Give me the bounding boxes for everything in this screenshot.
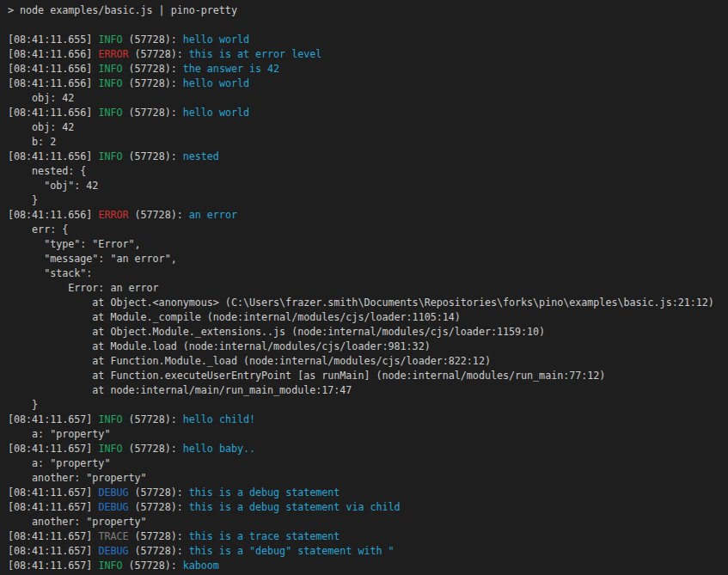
log-line: b: 2 xyxy=(8,135,728,150)
log-line: "stack": xyxy=(8,266,728,281)
log-segment-cyan: hello world xyxy=(183,34,249,46)
log-segment-fg: (57728): xyxy=(122,443,182,455)
log-segment-fg: b: 2 xyxy=(8,136,56,148)
log-line: [08:41:11.656] INFO (57728): hello world xyxy=(8,76,728,91)
log-segment-fg: (57728): xyxy=(122,34,182,46)
log-line: } xyxy=(8,193,728,208)
log-segment-cyan: nested xyxy=(183,150,219,162)
log-segment-fg: [08:41:11.657] xyxy=(8,545,98,557)
log-segment-fg: [08:41:11.656] xyxy=(8,63,98,75)
log-line: [08:41:11.656] INFO (57728): nested xyxy=(8,150,728,164)
log-segment-fg: another: "property" xyxy=(8,472,147,484)
log-segment-fg: (57728): xyxy=(122,107,182,119)
log-line: [08:41:11.655] INFO (57728): hello world xyxy=(8,33,728,47)
log-line: a: "property" xyxy=(8,456,728,471)
log-line: [08:41:11.656] ERROR (57728): an error xyxy=(8,208,728,223)
log-segment-fg: a: "property" xyxy=(8,457,110,469)
log-segment-fg: [08:41:11.657] xyxy=(8,486,98,499)
prompt-line: > node examples/basic.js | pino-pretty xyxy=(8,3,728,18)
log-line: at Module.load (node:internal/modules/cj… xyxy=(8,339,728,354)
log-segment-cyan: this is a debug statement via child xyxy=(189,501,401,513)
log-segment-cyan: this is a debug statement xyxy=(189,486,340,499)
log-line: [08:41:11.657] INFO (57728): hello baby.… xyxy=(8,442,728,456)
log-line: [08:41:11.656] INFO (57728): hello world xyxy=(8,106,728,120)
log-line: err: { xyxy=(8,223,728,237)
log-segment-blue: DEBUG xyxy=(98,545,128,557)
log-segment-cyan: this is at error level xyxy=(189,48,322,60)
log-line: at Function.Module._load (node:internal/… xyxy=(8,354,728,369)
log-segment-fg: [08:41:11.656] xyxy=(8,77,98,89)
log-segment-fg: [08:41:11.656] xyxy=(8,150,98,162)
log-line: at Object.<anonymous> (C:\Users\frazer.s… xyxy=(8,296,728,310)
log-segment-blue: DEBUG xyxy=(98,501,128,513)
log-segment-fg: (57728): xyxy=(129,530,189,542)
log-segment-fg: a: "property" xyxy=(8,428,110,440)
log-line: at Module._compile (node:internal/module… xyxy=(8,310,728,325)
log-segment-fg: [08:41:11.657] xyxy=(8,560,98,572)
log-segment-fg: [08:41:11.657] xyxy=(8,443,98,455)
log-segment-fg: [08:41:11.656] xyxy=(8,107,98,119)
log-segment-fg: "stack": xyxy=(8,267,92,279)
log-segment-cyan: this is a trace statement xyxy=(189,530,340,542)
log-segment-fg: at Object.Module._extensions..js (node:i… xyxy=(8,326,545,338)
log-segment-cyan: this is a "debug" statement with " xyxy=(189,545,395,557)
log-segment-cyan: the answer is 42 xyxy=(183,63,279,75)
log-segment-fg: obj: 42 xyxy=(8,92,74,104)
log-line: at node:internal/main/run_main_module:17… xyxy=(8,383,728,398)
log-segment-cyan: hello baby.. xyxy=(183,443,255,455)
log-segment-fg: [08:41:11.655] xyxy=(8,34,98,46)
log-segment-fg: } xyxy=(8,194,38,206)
log-segment-fg: at Function.Module._load (node:internal/… xyxy=(8,355,491,367)
log-line: [08:41:11.657] TRACE (57728): this is a … xyxy=(8,529,728,544)
blank-line xyxy=(8,18,728,33)
log-segment-fg: (57728): xyxy=(129,209,189,221)
log-segment-fg: (57728): xyxy=(122,63,182,75)
log-segment-fg: > node examples/basic.js | pino-pretty xyxy=(8,4,237,16)
log-segment-green: INFO xyxy=(98,77,122,89)
log-line: a: "property" xyxy=(8,427,728,442)
log-segment-fg: (57728): xyxy=(122,413,182,425)
log-segment-fg: } xyxy=(8,399,38,411)
log-segment-green: INFO xyxy=(98,560,122,572)
log-line: } xyxy=(8,398,728,413)
log-segment-green: INFO xyxy=(98,63,122,75)
log-segment-fg: (57728): xyxy=(122,560,182,572)
log-segment-cyan: kaboom xyxy=(183,560,219,572)
log-line: [08:41:11.656] INFO (57728): the answer … xyxy=(8,62,728,76)
log-segment-fg: [08:41:11.657] xyxy=(8,501,98,513)
log-segment-green: INFO xyxy=(98,34,122,46)
log-line: another: "property" xyxy=(8,471,728,486)
log-segment-cyan: hello world xyxy=(183,77,249,89)
log-line: obj: 42 xyxy=(8,120,728,135)
log-line: nested: { xyxy=(8,164,728,179)
log-segment-red: ERROR xyxy=(98,48,128,60)
log-segment-green: INFO xyxy=(98,107,122,119)
log-segment-cyan: an error xyxy=(189,209,237,221)
log-segment-fg: [08:41:11.656] xyxy=(8,209,98,221)
terminal-output[interactable]: > node examples/basic.js | pino-pretty [… xyxy=(0,0,728,575)
log-segment-fg: [08:41:11.656] xyxy=(8,48,98,60)
log-segment-fg: (57728): xyxy=(122,77,182,89)
log-segment-fg: at Object.<anonymous> (C:\Users\frazer.s… xyxy=(8,297,714,309)
log-line: at Object.Module._extensions..js (node:i… xyxy=(8,325,728,339)
log-segment-fg: "obj": 42 xyxy=(8,180,98,192)
log-segment-grey: TRACE xyxy=(98,530,128,542)
log-segment-fg: [08:41:11.657] xyxy=(8,530,98,542)
log-line: [08:41:11.657] DEBUG (57728): this is a … xyxy=(8,544,728,559)
log-line: [08:41:11.657] DEBUG (57728): this is a … xyxy=(8,486,728,500)
log-segment-fg: (57728): xyxy=(129,545,189,557)
log-line: at Function.executeUserEntryPoint [as ru… xyxy=(8,369,728,383)
log-segment-fg: "type": "Error", xyxy=(8,238,141,250)
log-segment-fg: Error: an error xyxy=(8,282,159,294)
log-line: obj: 42 xyxy=(8,91,728,106)
log-segment-green: INFO xyxy=(98,150,122,162)
log-line: [08:41:11.657] DEBUG (57728): this is a … xyxy=(8,500,728,515)
log-segment-fg: at Module._compile (node:internal/module… xyxy=(8,311,461,323)
log-segment-fg: "message": "an error", xyxy=(8,253,177,265)
log-line: "message": "an error", xyxy=(8,252,728,266)
log-segment-green: INFO xyxy=(98,443,122,455)
log-segment-fg: (57728): xyxy=(129,48,189,60)
log-segment-fg: at Module.load (node:internal/modules/cj… xyxy=(8,340,431,352)
log-segment-fg: (57728): xyxy=(129,501,189,513)
log-line: "obj": 42 xyxy=(8,179,728,193)
